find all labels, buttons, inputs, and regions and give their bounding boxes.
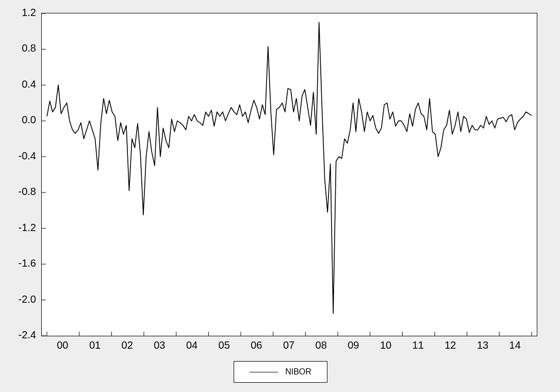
y-tick-label: -1.2: [0, 222, 36, 234]
legend: NIBOR: [234, 361, 327, 383]
series-line-nibor: [47, 22, 532, 313]
y-tick-label: -0.8: [0, 186, 36, 198]
x-tick-label: 04: [186, 339, 197, 351]
x-tick-label: 01: [89, 339, 101, 351]
legend-label-nibor: NIBOR: [285, 367, 311, 377]
line-chart-svg: [42, 13, 537, 336]
y-tick-label: -0.4: [0, 150, 36, 162]
y-tick-label: -2.0: [0, 293, 36, 305]
x-tick-label: 00: [57, 339, 68, 351]
legend-line-sample: [250, 372, 278, 372]
plot-area: [41, 13, 537, 336]
x-tick-label: 11: [413, 339, 424, 351]
x-tick-label: 07: [283, 339, 294, 351]
chart-frame: -2.4-2.0-1.6-1.2-0.8-0.40.00.40.81.2 000…: [0, 0, 560, 392]
y-tick-label: 1.2: [0, 7, 36, 19]
y-tick-label: -2.4: [0, 329, 36, 341]
x-tick-label: 09: [348, 339, 359, 351]
x-tick-label: 05: [219, 339, 230, 351]
x-tick-label: 02: [122, 339, 133, 351]
x-tick-label: 03: [154, 339, 165, 351]
x-tick-label: 10: [380, 339, 391, 351]
x-tick-label: 14: [509, 339, 521, 351]
x-tick-label: 13: [477, 339, 488, 351]
y-tick-label: 0.4: [0, 78, 36, 90]
x-tick-label: 08: [316, 339, 327, 351]
x-tick-label: 06: [251, 339, 262, 351]
y-tick-label: 0.8: [0, 42, 36, 54]
y-tick-label: -1.6: [0, 257, 36, 269]
y-tick-label: 0.0: [0, 114, 36, 126]
x-tick-label: 12: [444, 339, 456, 351]
